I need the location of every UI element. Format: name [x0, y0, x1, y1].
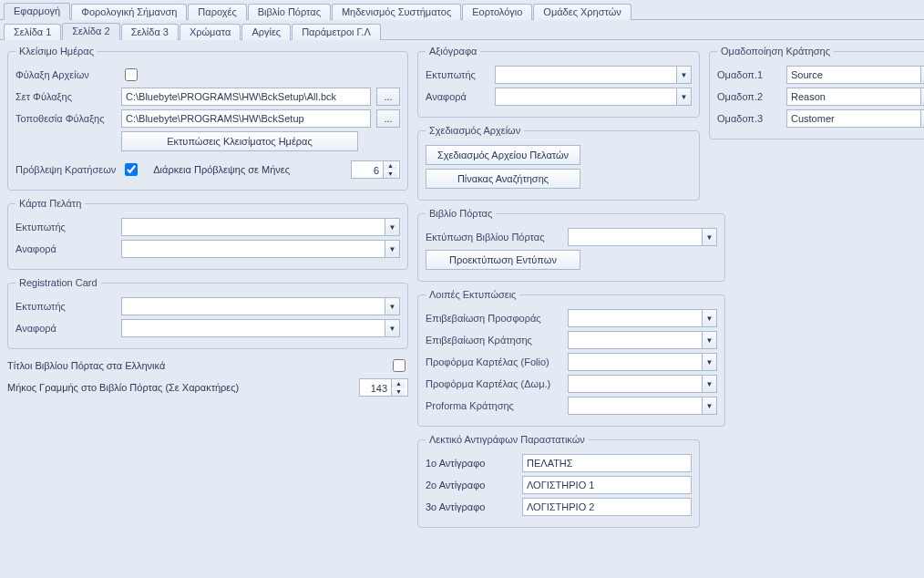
backup-set-label: Σετ Φύλαξης: [15, 91, 116, 102]
ax-printer-label: Εκτυπωτής: [426, 69, 489, 80]
top-tab[interactable]: Ομάδες Χρηστών: [533, 4, 631, 20]
sub-tab-row: Σελίδα 1Σελίδα 2Σελίδα 3ΧρώματαΑργίεςΠαρ…: [0, 20, 924, 40]
ax-report-label: Αναφορά: [426, 91, 489, 102]
backup-location-label: Τοποθεσία Φύλαξης: [15, 113, 116, 124]
copy-texts-group: Λεκτικό Αντιγράφων Παραστατικών 1ο Αντίγ…: [417, 434, 700, 528]
dayclose-prints-button[interactable]: Εκτυπώσεις Κλεισίματος Ημέρας: [121, 131, 358, 151]
customer-card-group: Κάρτα Πελάτη Εκτυπωτής ▼ Αναφορά ▼: [7, 198, 408, 270]
other-print-combo[interactable]: ▼: [568, 331, 717, 349]
doorbook-print-combo[interactable]: ▼: [568, 228, 717, 246]
grouping-combo[interactable]: ▼: [786, 88, 924, 106]
other-print-label: Επιβεβαίωση Κράτησης: [426, 335, 562, 346]
customer-file-design-button[interactable]: Σχεδιασμός Αρχείου Πελατών: [426, 145, 580, 165]
other-print-combo[interactable]: ▼: [568, 375, 717, 393]
grouping-label: Ομαδοπ.1: [717, 69, 781, 80]
other-print-label: Επιβεβαίωση Προσφοράς: [426, 313, 562, 324]
sub-tab[interactable]: Αργίες: [241, 24, 291, 40]
ax-report-combo[interactable]: ▼: [495, 88, 692, 106]
copy-text-input[interactable]: [522, 498, 692, 516]
axiografa-group: Αξιόγραφα Εκτυπωτής ▼ Αναφορά ▼: [417, 46, 700, 118]
chevron-down-icon[interactable]: ▼: [920, 88, 924, 105]
cc-printer-label: Εκτυπωτής: [15, 222, 116, 232]
grouping-label: Ομαδοπ.2: [717, 91, 781, 102]
backup-location-input[interactable]: [121, 109, 371, 128]
file-design-group: Σχεδιασμός Αρχείων Σχεδιασμός Αρχείου Πε…: [417, 125, 700, 201]
other-print-combo[interactable]: ▼: [568, 309, 717, 327]
doorbook-linelen-label: Μήκος Γραμμής στο Βιβλίο Πόρτας (Σε Χαρα…: [7, 382, 354, 393]
sub-tab[interactable]: Σελίδα 2: [62, 23, 119, 40]
sub-tab[interactable]: Παράμετροι Γ.Λ: [292, 24, 381, 40]
cc-printer-combo[interactable]: ▼: [121, 218, 400, 236]
sub-tab[interactable]: Χρώματα: [180, 24, 241, 40]
registration-card-group: Registration Card Εκτυπωτής ▼ Αναφορά ▼: [7, 277, 408, 349]
copy-texts-legend: Λεκτικό Αντιγράφων Παραστατικών: [426, 434, 589, 445]
backup-location-browse-button[interactable]: ...: [376, 109, 400, 128]
doorbook-linelen-input[interactable]: [360, 379, 391, 397]
archive-checkbox[interactable]: [125, 68, 138, 81]
day-close-legend: Κλείσιμο Ημέρας: [15, 46, 98, 57]
rc-report-label: Αναφορά: [15, 323, 116, 334]
backup-set-browse-button[interactable]: ...: [376, 88, 400, 106]
chevron-down-icon[interactable]: ▼: [385, 241, 399, 257]
top-tab[interactable]: Φορολογική Σήμανση: [71, 4, 187, 20]
spin-down-icon[interactable]: ▼: [392, 387, 406, 396]
cc-report-label: Αναφορά: [15, 243, 116, 254]
other-print-label: Proforma Κράτησης: [426, 400, 562, 411]
forecast-checkbox[interactable]: [125, 163, 138, 176]
copy-label: 3ο Αντίγραφο: [426, 501, 517, 512]
copy-label: 2ο Αντίγραφο: [426, 480, 517, 490]
ax-printer-combo[interactable]: ▼: [495, 66, 692, 84]
day-close-group: Κλείσιμο Ημέρας Φύλαξη Αρχείων Σετ Φύλαξ…: [7, 46, 408, 191]
sub-tab[interactable]: Σελίδα 3: [121, 24, 179, 40]
chevron-down-icon[interactable]: ▼: [676, 88, 691, 105]
other-print-label: Προφόρμα Καρτέλας (Δωμ.): [426, 378, 562, 389]
doorbook-greek-titles-checkbox[interactable]: [393, 359, 406, 372]
customer-card-legend: Κάρτα Πελάτη: [15, 198, 85, 209]
backup-set-input[interactable]: [121, 88, 371, 106]
grouping-combo[interactable]: ▼: [786, 66, 924, 84]
grouping-combo[interactable]: ▼: [786, 109, 924, 128]
chevron-down-icon[interactable]: ▼: [385, 219, 399, 235]
chevron-down-icon[interactable]: ▼: [385, 298, 399, 315]
archive-label: Φύλαξη Αρχείων: [15, 69, 116, 80]
reservation-grouping-group: Ομαδοποίηση Κράτησης Ομαδοπ.1▼Ομαδοπ.2▼Ο…: [709, 46, 924, 139]
rc-printer-label: Εκτυπωτής: [15, 301, 116, 312]
registration-card-legend: Registration Card: [15, 277, 101, 288]
preprint-forms-button[interactable]: Προεκτύπωση Εντύπων: [426, 250, 580, 270]
chevron-down-icon[interactable]: ▼: [676, 67, 691, 83]
reservation-grouping-legend: Ομαδοποίηση Κράτησης: [717, 46, 834, 57]
forecast-months-stepper[interactable]: ▲▼: [351, 160, 400, 179]
forecast-months-label: Διάρκεια Πρόβλεψης σε Μήνες: [153, 164, 290, 175]
top-tab[interactable]: Εφαρμογή: [4, 3, 70, 20]
door-book-legend: Βιβλίο Πόρτας: [426, 208, 496, 219]
top-tab[interactable]: Παροχές: [188, 4, 246, 20]
other-prints-legend: Λοιπές Εκτυπώσεις: [426, 289, 519, 300]
top-tab[interactable]: Βιβλίο Πόρτας: [248, 4, 331, 20]
cc-report-combo[interactable]: ▼: [121, 240, 400, 258]
doorbook-print-label: Εκτύπωση Βιβλίου Πόρτας: [426, 232, 562, 243]
top-tab[interactable]: Μηδενισμός Συστήματος: [332, 4, 461, 20]
sub-tab[interactable]: Σελίδα 1: [4, 24, 61, 40]
other-print-combo[interactable]: ▼: [568, 397, 717, 415]
spin-down-icon[interactable]: ▼: [384, 170, 397, 178]
copy-text-input[interactable]: [522, 476, 692, 494]
spin-up-icon[interactable]: ▲: [392, 379, 406, 387]
chevron-down-icon[interactable]: ▼: [920, 67, 924, 83]
doorbook-linelen-stepper[interactable]: ▲▼: [359, 378, 408, 397]
chevron-down-icon[interactable]: ▼: [385, 320, 399, 336]
top-tab-row: ΕφαρμογήΦορολογική ΣήμανσηΠαροχέςΒιβλίο …: [0, 0, 924, 20]
doorbook-greek-titles-label: Τίτλοι Βιβλίου Πόρτας στα Ελληνικά: [7, 360, 384, 371]
chevron-down-icon[interactable]: ▼: [920, 110, 924, 127]
top-tab[interactable]: Εορτολόγιο: [462, 4, 532, 20]
forecast-months-input[interactable]: [352, 161, 383, 180]
other-prints-group: Λοιπές Εκτυπώσεις Επιβεβαίωση Προσφοράς▼…: [417, 289, 725, 427]
rc-report-combo[interactable]: ▼: [121, 319, 400, 337]
copy-label: 1ο Αντίγραφο: [426, 458, 517, 469]
copy-text-input[interactable]: [522, 454, 692, 472]
spin-up-icon[interactable]: ▲: [384, 161, 397, 170]
search-table-button[interactable]: Πίνακας Αναζήτησης: [426, 169, 580, 189]
grouping-label: Ομαδοπ.3: [717, 113, 781, 124]
other-print-combo[interactable]: ▼: [568, 353, 717, 371]
rc-printer-combo[interactable]: ▼: [121, 297, 400, 315]
other-print-label: Προφόρμα Καρτέλας (Folio): [426, 356, 562, 367]
